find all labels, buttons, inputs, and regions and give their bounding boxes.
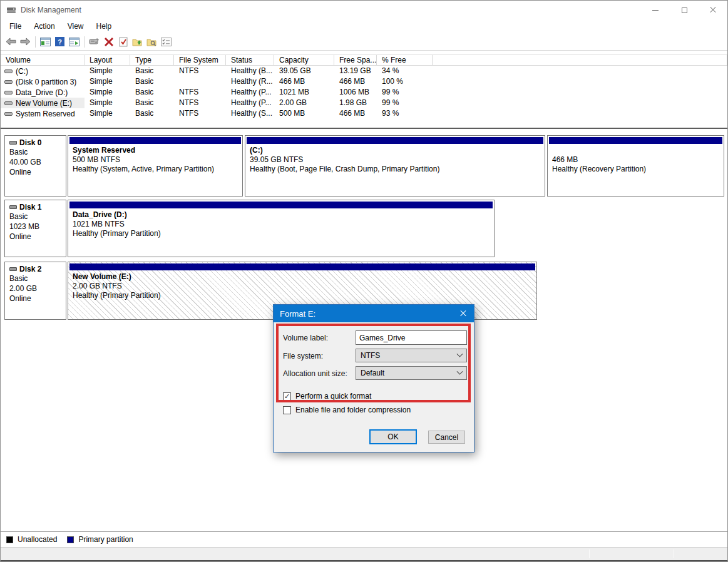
allocation-unit-size-select[interactable]: Default: [356, 366, 467, 380]
properties-icon: [89, 38, 100, 46]
toolbar-separator: [35, 36, 36, 48]
dialog-title: Format E:: [280, 309, 315, 319]
maximize-icon: [682, 8, 687, 13]
volume-icon: [4, 80, 13, 84]
volume-icon: [4, 69, 13, 73]
disk1-info-panel[interactable]: Disk 1 Basic 1023 MB Online: [4, 200, 66, 257]
status-bar: [1, 547, 727, 561]
volume-row-c[interactable]: (C:) Simple Basic NTFS Healthy (B... 39.…: [1, 66, 727, 76]
toolbar-separator: [84, 36, 85, 48]
task-list-button[interactable]: [159, 35, 173, 49]
statusbar-separator: [589, 549, 590, 558]
primary-partition-bar: [69, 263, 535, 270]
folder-up-icon: [132, 38, 143, 46]
primary-partition-bar: [247, 137, 543, 144]
window-title: Disk Management: [21, 6, 81, 14]
partition-recovery[interactable]: 466 MB Healthy (Recovery Partition): [547, 135, 724, 197]
show-console-tree-button[interactable]: [38, 35, 53, 49]
col-layout[interactable]: Layout: [85, 55, 130, 65]
legend-unallocated: Unallocated: [6, 535, 57, 544]
dialog-title-bar[interactable]: Format E:: [274, 305, 474, 322]
partition-system-reserved[interactable]: System Reserved 500 MB NTFS Healthy (Sys…: [68, 135, 243, 197]
file-system-label: File system:: [283, 352, 323, 360]
check-disk-button[interactable]: [116, 35, 130, 49]
col-type[interactable]: Type: [130, 55, 174, 65]
help-button[interactable]: ?: [53, 35, 67, 49]
disk-icon: [9, 141, 17, 145]
cancel-button[interactable]: Cancel: [428, 431, 465, 444]
file-system-select[interactable]: NTFS: [356, 349, 467, 362]
volume-label-input[interactable]: [356, 330, 467, 345]
maximize-button[interactable]: [670, 1, 699, 19]
close-button[interactable]: [699, 1, 727, 19]
action-pane-icon: [69, 38, 79, 46]
back-button[interactable]: [4, 35, 18, 49]
back-icon: [6, 38, 16, 46]
dialog-close-button[interactable]: [453, 305, 474, 322]
ok-button[interactable]: OK: [369, 429, 417, 444]
partition-c[interactable]: (C:) 39.05 GB NTFS Healthy (Boot, Page F…: [245, 135, 545, 197]
menu-file[interactable]: File: [3, 21, 28, 32]
close-icon: [459, 310, 467, 317]
menu-bar: File Action View Help: [1, 19, 727, 33]
volume-label-label: Volume label:: [283, 334, 328, 342]
primary-partition-bar: [69, 202, 493, 208]
disk2-info-panel[interactable]: Disk 2 Basic 2.00 GB Online: [4, 262, 66, 320]
volume-row-disk0-partition3[interactable]: (Disk 0 partition 3) Simple Basic Health…: [1, 76, 727, 87]
minimize-button[interactable]: [641, 1, 670, 19]
volume-icon: [4, 112, 13, 116]
properties-button[interactable]: [87, 35, 101, 49]
col-capacity[interactable]: Capacity: [274, 55, 334, 65]
legend-primary-partition: Primary partition: [67, 535, 133, 544]
unallocated-swatch: [6, 536, 13, 543]
forward-button[interactable]: [18, 35, 33, 49]
menu-action[interactable]: Action: [28, 21, 61, 32]
legend-bar: Unallocated Primary partition: [1, 531, 727, 547]
chevron-down-icon: [457, 350, 463, 357]
menu-help[interactable]: Help: [90, 21, 118, 32]
col-pct-free[interactable]: % Free: [377, 55, 433, 65]
volume-row-new-volume[interactable]: New Volume (E:) Simple Basic NTFS Health…: [1, 98, 727, 108]
disk1-row: Disk 1 Basic 1023 MB Online Data_Drive (…: [4, 200, 495, 257]
primary-partition-bar: [69, 137, 241, 144]
task-list-icon: [161, 38, 172, 46]
volume-row-system-reserved[interactable]: System Reserved Simple Basic NTFS Health…: [1, 108, 727, 119]
col-free-space[interactable]: Free Spa...: [334, 55, 377, 65]
checkbox-unchecked-icon: [283, 406, 291, 414]
partition-data-drive[interactable]: Data_Drive (D:) 1021 MB NTFS Healthy (Pr…: [68, 200, 495, 257]
help-icon: ?: [55, 37, 64, 46]
menu-view[interactable]: View: [61, 21, 90, 32]
explore-folder-button[interactable]: [145, 35, 159, 49]
disk0-info-panel[interactable]: Disk 0 Basic 40.00 GB Online: [4, 135, 66, 197]
format-dialog: Format E: Volume label: File system: NTF…: [273, 304, 474, 452]
primary-partition-swatch: [67, 536, 74, 543]
col-file-system[interactable]: File System: [174, 55, 226, 65]
open-folder-button[interactable]: [130, 35, 145, 49]
volume-icon: [4, 91, 13, 95]
statusbar-separator: [674, 549, 674, 558]
toolbar: ?: [1, 33, 727, 51]
checkbox-checked-icon: ✓: [283, 392, 291, 401]
console-tree-icon: [40, 38, 51, 46]
primary-partition-bar: [549, 137, 722, 144]
disk-icon: [9, 205, 17, 209]
delete-volume-button[interactable]: [101, 35, 116, 49]
volume-row-data-drive[interactable]: Data_Drive (D:) Simple Basic NTFS Health…: [1, 87, 727, 98]
chevron-down-icon: [457, 368, 463, 374]
title-bar: Disk Management: [1, 1, 727, 19]
show-action-pane-button[interactable]: [67, 35, 81, 49]
col-volume[interactable]: Volume: [1, 55, 85, 65]
forward-icon: [20, 38, 31, 46]
check-document-icon: [119, 37, 128, 47]
close-icon: [709, 6, 717, 14]
quick-format-checkbox[interactable]: ✓ Perform a quick format: [283, 392, 371, 401]
folder-search-icon: [146, 38, 157, 46]
disk0-row: Disk 0 Basic 40.00 GB Online System Rese…: [4, 135, 724, 197]
volume-list-header: Volume Layout Type File System Status Ca…: [1, 54, 727, 66]
window-controls: [641, 1, 727, 19]
col-status[interactable]: Status: [226, 55, 274, 65]
volume-list: Volume Layout Type File System Status Ca…: [1, 54, 727, 119]
compression-checkbox[interactable]: Enable file and folder compression: [283, 406, 411, 414]
disk-icon: [9, 267, 17, 271]
app-drive-icon: [6, 6, 16, 14]
